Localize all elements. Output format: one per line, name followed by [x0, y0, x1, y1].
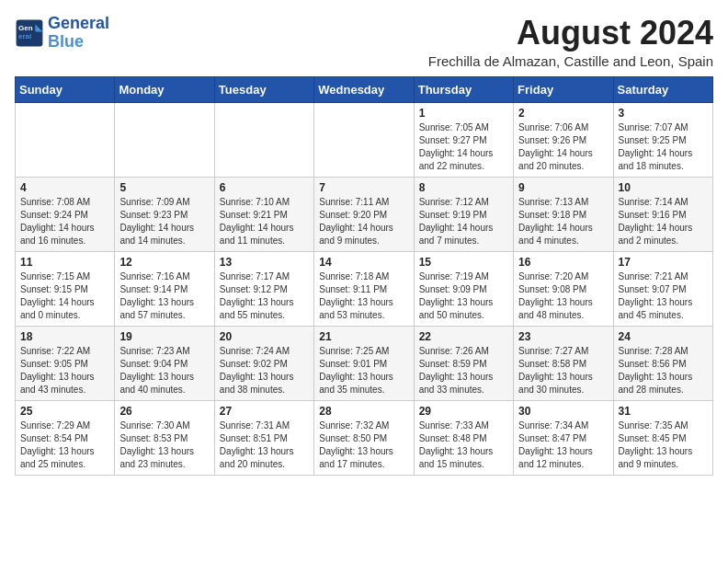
svg-text:eral: eral [18, 32, 31, 40]
calendar-week-row: 11Sunrise: 7:15 AM Sunset: 9:15 PM Dayli… [16, 251, 713, 326]
calendar-day-cell: 26Sunrise: 7:30 AM Sunset: 8:53 PM Dayli… [115, 400, 214, 475]
calendar-week-row: 25Sunrise: 7:29 AM Sunset: 8:54 PM Dayli… [16, 400, 713, 475]
calendar-day-cell: 12Sunrise: 7:16 AM Sunset: 9:14 PM Dayli… [115, 251, 214, 326]
day-number: 26 [119, 405, 209, 418]
calendar-week-row: 18Sunrise: 7:22 AM Sunset: 9:05 PM Dayli… [16, 326, 713, 400]
calendar-day-cell [214, 102, 313, 177]
calendar-day-cell: 18Sunrise: 7:22 AM Sunset: 9:05 PM Dayli… [16, 326, 115, 400]
day-number: 19 [119, 330, 209, 343]
day-info: Sunrise: 7:22 AM Sunset: 9:05 PM Dayligh… [20, 345, 109, 396]
day-info: Sunrise: 7:12 AM Sunset: 9:19 PM Dayligh… [419, 196, 508, 247]
calendar-day-cell: 28Sunrise: 7:32 AM Sunset: 8:50 PM Dayli… [314, 400, 414, 475]
calendar-week-row: 4Sunrise: 7:08 AM Sunset: 9:24 PM Daylig… [16, 177, 713, 251]
calendar-day-cell: 4Sunrise: 7:08 AM Sunset: 9:24 PM Daylig… [16, 177, 115, 251]
day-info: Sunrise: 7:19 AM Sunset: 9:09 PM Dayligh… [419, 270, 508, 322]
day-info: Sunrise: 7:26 AM Sunset: 8:59 PM Dayligh… [419, 345, 508, 396]
day-number: 23 [518, 330, 608, 343]
calendar-day-cell: 13Sunrise: 7:17 AM Sunset: 9:12 PM Dayli… [214, 251, 313, 326]
day-number: 22 [419, 330, 508, 343]
weekday-header-cell: Friday [514, 76, 613, 102]
calendar-day-cell: 7Sunrise: 7:11 AM Sunset: 9:20 PM Daylig… [314, 177, 414, 251]
day-number: 25 [20, 405, 109, 418]
day-info: Sunrise: 7:27 AM Sunset: 8:58 PM Dayligh… [518, 345, 608, 396]
day-info: Sunrise: 7:14 AM Sunset: 9:16 PM Dayligh… [619, 196, 708, 247]
logo-icon: Gen eral [15, 18, 44, 48]
day-number: 18 [20, 330, 109, 343]
day-number: 15 [419, 256, 508, 269]
calendar-day-cell: 8Sunrise: 7:12 AM Sunset: 9:19 PM Daylig… [414, 177, 513, 251]
calendar-day-cell [314, 102, 414, 177]
month-year: August 2024 [428, 15, 713, 52]
day-number: 16 [518, 256, 608, 269]
calendar-day-cell [115, 102, 214, 177]
day-info: Sunrise: 7:33 AM Sunset: 8:48 PM Dayligh… [419, 419, 508, 471]
day-info: Sunrise: 7:11 AM Sunset: 9:20 PM Dayligh… [319, 196, 408, 247]
calendar-day-cell: 16Sunrise: 7:20 AM Sunset: 9:08 PM Dayli… [514, 251, 613, 326]
day-number: 8 [419, 181, 508, 194]
day-number: 24 [619, 330, 708, 343]
day-info: Sunrise: 7:05 AM Sunset: 9:27 PM Dayligh… [419, 121, 508, 173]
weekday-header-cell: Saturday [613, 76, 712, 102]
day-number: 21 [319, 330, 408, 343]
day-info: Sunrise: 7:25 AM Sunset: 9:01 PM Dayligh… [319, 345, 408, 396]
calendar-day-cell: 5Sunrise: 7:09 AM Sunset: 9:23 PM Daylig… [115, 177, 214, 251]
location: Frechilla de Almazan, Castille and Leon,… [428, 53, 713, 69]
day-number: 4 [20, 181, 109, 194]
day-info: Sunrise: 7:17 AM Sunset: 9:12 PM Dayligh… [220, 270, 309, 322]
day-info: Sunrise: 7:15 AM Sunset: 9:15 PM Dayligh… [20, 270, 109, 322]
calendar-day-cell: 27Sunrise: 7:31 AM Sunset: 8:51 PM Dayli… [214, 400, 313, 475]
logo-line1: General [48, 14, 109, 32]
day-info: Sunrise: 7:06 AM Sunset: 9:26 PM Dayligh… [518, 121, 608, 173]
day-number: 3 [619, 107, 708, 120]
day-info: Sunrise: 7:20 AM Sunset: 9:08 PM Dayligh… [518, 270, 608, 322]
calendar-day-cell: 24Sunrise: 7:28 AM Sunset: 8:56 PM Dayli… [613, 326, 712, 400]
day-number: 13 [220, 256, 309, 269]
calendar-day-cell: 25Sunrise: 7:29 AM Sunset: 8:54 PM Dayli… [16, 400, 115, 475]
title-block: August 2024 Frechilla de Almazan, Castil… [428, 15, 713, 69]
logo-text: General Blue [48, 15, 109, 52]
day-info: Sunrise: 7:16 AM Sunset: 9:14 PM Dayligh… [119, 270, 209, 322]
day-info: Sunrise: 7:13 AM Sunset: 9:18 PM Dayligh… [518, 196, 608, 247]
calendar-day-cell: 14Sunrise: 7:18 AM Sunset: 9:11 PM Dayli… [314, 251, 414, 326]
weekday-header-cell: Wednesday [314, 76, 414, 102]
calendar-day-cell: 6Sunrise: 7:10 AM Sunset: 9:21 PM Daylig… [214, 177, 313, 251]
calendar-day-cell: 19Sunrise: 7:23 AM Sunset: 9:04 PM Dayli… [115, 326, 214, 400]
day-number: 31 [619, 405, 708, 418]
day-number: 27 [220, 405, 309, 418]
calendar-day-cell: 1Sunrise: 7:05 AM Sunset: 9:27 PM Daylig… [414, 102, 513, 177]
calendar-day-cell: 15Sunrise: 7:19 AM Sunset: 9:09 PM Dayli… [414, 251, 513, 326]
day-number: 7 [319, 181, 408, 194]
day-info: Sunrise: 7:28 AM Sunset: 8:56 PM Dayligh… [619, 345, 708, 396]
day-number: 5 [119, 181, 209, 194]
weekday-header-cell: Thursday [414, 76, 513, 102]
day-number: 30 [518, 405, 608, 418]
weekday-header-cell: Monday [115, 76, 214, 102]
day-info: Sunrise: 7:08 AM Sunset: 9:24 PM Dayligh… [20, 196, 109, 247]
page-header: Gen eral General Blue August 2024 Frechi… [15, 15, 713, 69]
day-info: Sunrise: 7:24 AM Sunset: 9:02 PM Dayligh… [220, 345, 309, 396]
day-number: 6 [220, 181, 309, 194]
calendar-week-row: 1Sunrise: 7:05 AM Sunset: 9:27 PM Daylig… [16, 102, 713, 177]
calendar-body: 1Sunrise: 7:05 AM Sunset: 9:27 PM Daylig… [16, 102, 713, 475]
day-info: Sunrise: 7:35 AM Sunset: 8:45 PM Dayligh… [619, 419, 708, 471]
day-info: Sunrise: 7:29 AM Sunset: 8:54 PM Dayligh… [20, 419, 109, 471]
day-number: 28 [319, 405, 408, 418]
day-info: Sunrise: 7:09 AM Sunset: 9:23 PM Dayligh… [119, 196, 209, 247]
svg-text:Gen: Gen [18, 24, 33, 32]
calendar-day-cell: 29Sunrise: 7:33 AM Sunset: 8:48 PM Dayli… [414, 400, 513, 475]
calendar-day-cell: 9Sunrise: 7:13 AM Sunset: 9:18 PM Daylig… [514, 177, 613, 251]
day-number: 11 [20, 256, 109, 269]
day-info: Sunrise: 7:07 AM Sunset: 9:25 PM Dayligh… [619, 121, 708, 173]
calendar-day-cell: 2Sunrise: 7:06 AM Sunset: 9:26 PM Daylig… [514, 102, 613, 177]
calendar-day-cell: 17Sunrise: 7:21 AM Sunset: 9:07 PM Dayli… [613, 251, 712, 326]
weekday-header-row: SundayMondayTuesdayWednesdayThursdayFrid… [16, 76, 713, 102]
day-info: Sunrise: 7:30 AM Sunset: 8:53 PM Dayligh… [119, 419, 209, 471]
weekday-header-cell: Sunday [16, 76, 115, 102]
calendar-day-cell: 11Sunrise: 7:15 AM Sunset: 9:15 PM Dayli… [16, 251, 115, 326]
day-info: Sunrise: 7:10 AM Sunset: 9:21 PM Dayligh… [220, 196, 309, 247]
weekday-header-cell: Tuesday [214, 76, 313, 102]
calendar-day-cell: 20Sunrise: 7:24 AM Sunset: 9:02 PM Dayli… [214, 326, 313, 400]
day-number: 10 [619, 181, 708, 194]
day-number: 17 [619, 256, 708, 269]
calendar-day-cell: 22Sunrise: 7:26 AM Sunset: 8:59 PM Dayli… [414, 326, 513, 400]
